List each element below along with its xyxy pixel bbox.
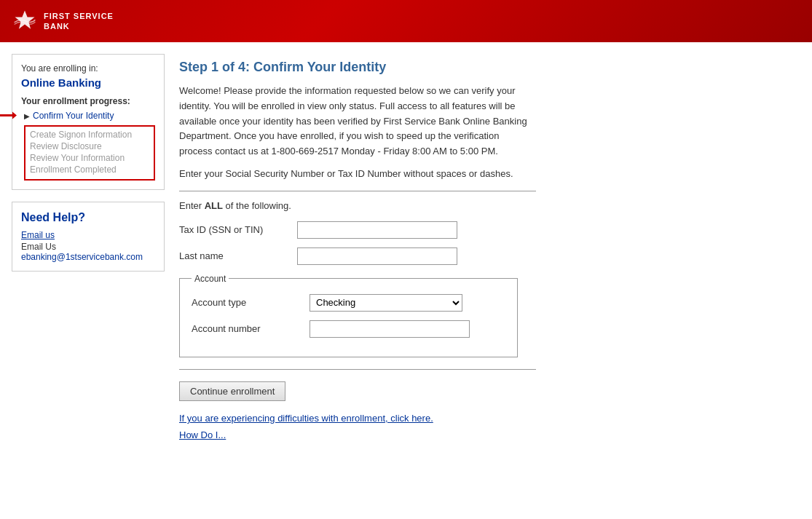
account-number-input[interactable]: [310, 320, 470, 338]
difficulties-link[interactable]: If you are experiencing difficulties wit…: [179, 413, 789, 424]
bank-logo: First Service Bank: [12, 8, 114, 34]
email-label: Email Us ebanking@1stservicebank.com: [21, 242, 155, 262]
account-number-label: Account number: [192, 323, 301, 334]
enrolling-label: You are enrolling in:: [21, 63, 155, 74]
step-confirm-identity: Confirm Your Identity: [24, 111, 155, 122]
help-box: Need Help? Email us Email Us ebanking@1s…: [12, 202, 165, 272]
inactive-steps-group: Create Signon Information Review Disclos…: [24, 125, 155, 181]
enter-all-label: Enter ALL of the following.: [179, 200, 789, 211]
tax-id-label: Tax ID (SSN or TIN): [179, 224, 288, 235]
sidebar: You are enrolling in: Online Banking You…: [12, 54, 165, 446]
bank-name: First Service Bank: [44, 11, 114, 32]
last-name-label: Last name: [179, 250, 288, 261]
online-banking-title: Online Banking: [21, 76, 155, 89]
account-type-select[interactable]: Checking Savings Money Market: [310, 294, 462, 312]
step-title: Step 1 of 4: Confirm Your Identity: [179, 60, 789, 75]
divider-bottom: [179, 369, 536, 370]
enrollment-box: You are enrolling in: Online Banking You…: [12, 54, 165, 190]
account-number-row: Account number: [192, 320, 505, 338]
tax-id-input[interactable]: [297, 221, 457, 239]
account-type-label: Account type: [192, 297, 301, 308]
help-title: Need Help?: [21, 211, 155, 224]
account-type-row: Account type Checking Savings Money Mark…: [192, 294, 505, 312]
svg-marker-2: [12, 112, 17, 119]
account-fieldset: Account Account type Checking Savings Mo…: [179, 274, 518, 357]
red-arrow-icon: [0, 109, 17, 124]
step-enrollment-completed: Enrollment Completed: [30, 165, 149, 175]
progress-label: Your enrollment progress:: [21, 96, 155, 106]
intro-text: Welcome! Please provide the information …: [179, 84, 529, 159]
email-us-link[interactable]: Email us: [21, 230, 155, 240]
header: First Service Bank: [0, 0, 812, 42]
svg-marker-0: [15, 11, 35, 29]
last-name-row: Last name: [179, 247, 789, 265]
continue-enrollment-button[interactable]: Continue enrollment: [179, 381, 285, 401]
step-create-signon: Create Signon Information: [30, 130, 149, 140]
step-review-information: Review Your Information: [30, 153, 149, 163]
star-icon: [12, 8, 38, 34]
ssn-note: Enter your Social Security Number or Tax…: [179, 168, 789, 179]
account-legend: Account: [192, 274, 229, 284]
last-name-input[interactable]: [297, 247, 457, 265]
main-content: Step 1 of 4: Confirm Your Identity Welco…: [179, 54, 789, 446]
step-review-disclosure: Review Disclosure: [30, 141, 149, 151]
how-do-i-link[interactable]: How Do I...: [179, 429, 226, 440]
divider-top: [179, 191, 536, 191]
tax-id-row: Tax ID (SSN or TIN): [179, 221, 789, 239]
email-address: ebanking@1stservicebank.com: [21, 252, 143, 262]
